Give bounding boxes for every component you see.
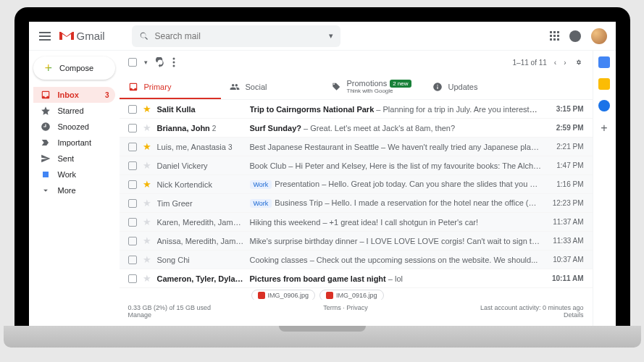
message-line: Surf Sunday? – Great. Let's meet at Jack… xyxy=(250,124,542,132)
settings-gear-icon[interactable] xyxy=(574,57,584,67)
email-row[interactable]: ★Luis, me, Anastasia3Best Japanese Resta… xyxy=(120,138,593,156)
email-row[interactable]: ★Cameron, Tyler, Dylan6Pictures from boa… xyxy=(120,269,593,288)
sidebar-item-starred[interactable]: Starred xyxy=(33,103,115,119)
email-row[interactable]: ★Salit KullaTrip to Cairngorms National … xyxy=(120,100,593,119)
sidebar-item-inbox[interactable]: Inbox3 xyxy=(33,87,115,103)
account-avatar[interactable] xyxy=(591,28,607,44)
notifications-icon[interactable] xyxy=(569,30,581,42)
email-row[interactable]: ★Daniel VickeryBook Club – Hi Peter and … xyxy=(120,156,593,175)
sidebar-item-important[interactable]: Important xyxy=(33,135,115,151)
email-row[interactable]: ★Nick KortendickWorkPresentation – Hello… xyxy=(120,175,593,194)
sidebar-item-label: Important xyxy=(58,138,91,147)
sender: Karen, Meredith, James5 xyxy=(157,218,244,227)
attachment-chip[interactable]: IMG_0906.jpg xyxy=(251,290,316,300)
email-row[interactable]: ★Karen, Meredith, James5Hiking this week… xyxy=(120,213,593,232)
toolbar: ▾ 1–11 of 11 ‹ › xyxy=(120,51,593,74)
time: 10:11 AM xyxy=(548,274,584,282)
star-icon[interactable]: ★ xyxy=(143,216,151,227)
storage-text: 0.33 GB (2%) of 15 GB used xyxy=(128,304,212,311)
star-icon[interactable]: ★ xyxy=(143,122,151,133)
subject: Business Trip xyxy=(275,198,322,207)
message-line: Trip to Cairngorms National Park – Plann… xyxy=(250,105,542,114)
star-icon[interactable]: ★ xyxy=(143,254,151,265)
privacy-link[interactable]: Privacy xyxy=(346,304,368,311)
page-range: 1–11 of 11 xyxy=(513,59,547,67)
terms-link[interactable]: Terms xyxy=(323,304,341,311)
sidebar: + Compose Inbox3StarredSnoozedImportantS… xyxy=(29,51,120,326)
keep-icon[interactable] xyxy=(598,78,610,90)
row-checkbox[interactable] xyxy=(128,105,137,114)
star-icon[interactable]: ★ xyxy=(143,198,151,209)
email-row[interactable]: ★Brianna, John2Surf Sunday? – Great. Let… xyxy=(120,119,593,138)
row-checkbox[interactable] xyxy=(128,143,137,151)
row-checkbox[interactable] xyxy=(128,274,137,283)
calendar-icon[interactable] xyxy=(598,56,610,68)
row-checkbox[interactable] xyxy=(128,218,137,227)
search-bar[interactable]: ▾ xyxy=(132,25,341,47)
sent-icon xyxy=(41,153,51,164)
star-icon[interactable]: ★ xyxy=(143,179,151,190)
tab-primary[interactable]: Primary xyxy=(120,74,221,99)
next-page-icon[interactable]: › xyxy=(564,59,566,67)
prev-page-icon[interactable]: ‹ xyxy=(554,59,556,67)
details-link[interactable]: Details xyxy=(564,311,584,319)
addons-plus-icon[interactable]: + xyxy=(601,122,607,135)
snippet: – +1 great idea! I call shotgun in Peter… xyxy=(320,218,478,227)
star-icon[interactable]: ★ xyxy=(143,160,151,171)
email-list: ★Salit KullaTrip to Cairngorms National … xyxy=(120,100,593,300)
star-icon[interactable]: ★ xyxy=(143,235,151,246)
tab-social[interactable]: Social xyxy=(221,74,322,99)
sidebar-item-snoozed[interactable]: Snoozed xyxy=(33,119,115,135)
gmail-logo[interactable]: Gmail xyxy=(59,30,125,42)
compose-button[interactable]: + Compose xyxy=(33,56,115,80)
tasks-icon[interactable] xyxy=(598,100,610,111)
sidebar-item-count: 3 xyxy=(105,91,109,99)
time: 1:47 PM xyxy=(548,161,584,169)
sender: Anissa, Meredith, James3 xyxy=(157,237,244,245)
star-icon[interactable]: ★ xyxy=(143,141,151,152)
attachment-name: IMG_0916.jpg xyxy=(336,292,377,299)
time: 2:59 PM xyxy=(548,124,584,132)
row-checkbox[interactable] xyxy=(128,237,137,245)
tab-updates[interactable]: Updates xyxy=(424,74,525,99)
attachment-chip[interactable]: IMG_0916.jpg xyxy=(319,290,384,300)
row-checkbox[interactable] xyxy=(128,124,137,132)
email-row[interactable]: ★Song ChiCooking classes – Check out the… xyxy=(120,251,593,269)
right-sidebar: + xyxy=(593,51,616,326)
search-options-icon[interactable]: ▾ xyxy=(329,31,333,41)
select-all-checkbox[interactable] xyxy=(128,58,137,67)
email-row[interactable]: ★Tim GreerWorkBusiness Trip – Hello. I m… xyxy=(120,194,593,213)
row-checkbox[interactable] xyxy=(128,199,137,208)
tab-subtext: Think with Google xyxy=(347,88,411,94)
time: 3:15 PM xyxy=(548,105,584,113)
google-apps-icon[interactable] xyxy=(550,31,559,41)
manage-link[interactable]: Manage xyxy=(128,311,152,319)
star-icon[interactable]: ★ xyxy=(143,273,151,284)
message-line: Pictures from board game last night – lo… xyxy=(250,274,542,283)
star-icon[interactable]: ★ xyxy=(143,104,151,114)
email-row[interactable]: ★Anissa, Meredith, James3Mike's surprise… xyxy=(120,232,593,251)
svg-rect-1 xyxy=(72,32,74,40)
sidebar-item-more[interactable]: More xyxy=(33,182,115,198)
row-checkbox[interactable] xyxy=(128,256,137,264)
sidebar-item-work[interactable]: Work xyxy=(33,167,115,182)
time: 11:33 AM xyxy=(548,237,584,245)
more-options-icon[interactable] xyxy=(172,57,175,67)
hamburger-menu-icon[interactable] xyxy=(38,29,52,43)
row-checkbox[interactable] xyxy=(128,180,137,189)
svg-rect-2 xyxy=(43,172,49,177)
row-checkbox[interactable] xyxy=(128,161,137,170)
sidebar-item-sent[interactable]: Sent xyxy=(33,151,115,167)
activity-text: Last account activity: 0 minutes ago xyxy=(480,304,584,311)
time: 12:23 PM xyxy=(548,199,584,207)
search-input[interactable] xyxy=(155,31,324,41)
refresh-icon[interactable] xyxy=(155,57,165,67)
message-line: Cooking classes – Check out the upcoming… xyxy=(250,256,542,264)
select-dropdown-icon[interactable]: ▾ xyxy=(144,59,148,66)
tab-promotions[interactable]: Promotions2 newThink with Google xyxy=(322,74,424,99)
email-label: Work xyxy=(250,180,272,189)
tab-badge: 2 new xyxy=(390,80,411,88)
gmail-m-icon xyxy=(59,30,74,41)
snippet: – Check out the upcoming sessions on the… xyxy=(308,256,538,264)
snippet: – Great. Let's meet at Jack's at 8am, th… xyxy=(301,124,455,132)
